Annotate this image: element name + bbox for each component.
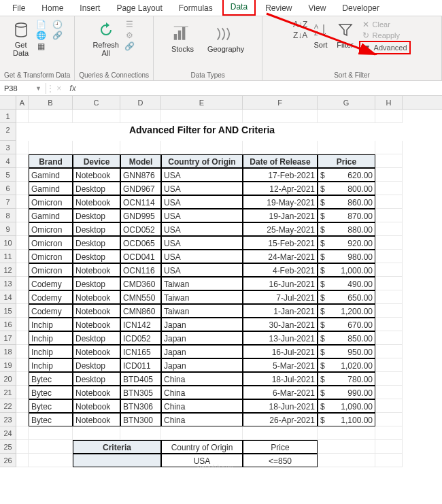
data-country[interactable]: USA [161,236,243,250]
row-header[interactable]: 19 [0,358,16,372]
data-price[interactable]: $800.00 [318,182,375,195]
data-device[interactable]: Desktop [73,331,120,345]
data-country[interactable]: Japan [161,318,243,331]
cell[interactable] [375,372,403,386]
cell[interactable] [375,236,403,250]
header-model[interactable]: Model [120,154,161,168]
cell[interactable] [375,195,403,209]
data-model[interactable]: ICD011 [120,358,161,372]
data-country[interactable]: USA [161,168,243,182]
data-device[interactable]: Notebook [73,399,120,413]
row-header[interactable]: 10 [0,236,16,250]
criteria-price-value[interactable]: <=850 [243,454,318,467]
data-date[interactable]: 6-Mar-2021 [243,386,318,399]
data-brand[interactable]: Omicron [29,236,73,250]
data-model[interactable]: OCD041 [120,250,161,263]
tab-insert[interactable]: Insert [73,1,107,16]
data-brand[interactable]: Gamind [29,209,73,222]
row-header[interactable]: 24 [0,426,16,440]
cell[interactable] [243,141,318,154]
header-brand[interactable]: Brand [29,154,73,168]
cell[interactable] [29,141,73,154]
data-country[interactable]: Taiwan [161,290,243,304]
cell[interactable] [16,358,29,372]
advanced-filter-button[interactable]: ▼Advanced [359,41,411,54]
data-country[interactable]: USA [161,263,243,277]
clear-filter-button[interactable]: ✕Clear [359,19,411,30]
data-brand[interactable]: Bytec [29,372,73,386]
from-text-button[interactable]: 📄 [35,19,48,30]
data-model[interactable]: GNN876 [120,168,161,182]
criteria-country-header[interactable]: Country of Origin [161,440,243,454]
row-header[interactable]: 21 [0,386,16,399]
cell[interactable] [375,454,403,467]
data-device[interactable]: Desktop [73,358,120,372]
col-header-c[interactable]: C [73,96,120,109]
data-brand[interactable]: Bytec [29,413,73,426]
data-price[interactable]: $1,000.00 [318,263,375,277]
cell[interactable] [161,426,243,440]
tab-formulas[interactable]: Formulas [172,1,220,16]
title-cell[interactable]: Advanced Filter for AND Criteria [29,123,375,141]
data-model[interactable]: GND995 [120,209,161,222]
data-date[interactable]: 7-Jul-2021 [243,290,318,304]
name-box[interactable]: P38▼ [0,83,46,94]
row-header[interactable]: 26 [0,454,16,467]
data-date[interactable]: 5-Mar-2021 [243,358,318,372]
data-device[interactable]: Notebook [73,304,120,318]
row-header[interactable]: 2 [0,123,16,141]
existing-conn-button[interactable]: 🔗 [51,30,65,41]
data-device[interactable]: Desktop [73,277,120,290]
data-model[interactable]: ICD052 [120,331,161,345]
stocks-button[interactable]: Stocks [170,23,195,54]
data-country[interactable]: China [161,413,243,426]
data-brand[interactable]: Gamind [29,182,73,195]
data-country[interactable]: USA [161,209,243,222]
row-header[interactable]: 7 [0,195,16,209]
select-all-corner[interactable] [0,96,16,109]
data-brand[interactable]: Omicron [29,263,73,277]
data-price[interactable]: $920.00 [318,236,375,250]
cell[interactable] [318,426,375,440]
data-date[interactable]: 12-Apr-2021 [243,182,318,195]
data-country[interactable]: China [161,399,243,413]
data-price[interactable]: $950.00 [318,345,375,358]
data-price[interactable]: $870.00 [318,209,375,222]
col-header-b[interactable]: B [29,96,73,109]
data-date[interactable]: 13-Jun-2021 [243,331,318,345]
cell[interactable] [29,454,73,467]
cell[interactable] [29,426,73,440]
tab-data[interactable]: Data [222,0,256,16]
cell[interactable] [243,110,318,123]
data-model[interactable]: BTD405 [120,372,161,386]
data-brand[interactable]: Codemy [29,277,73,290]
cell[interactable] [16,263,29,277]
cell[interactable] [16,331,29,345]
data-country[interactable]: China [161,386,243,399]
data-date[interactable]: 19-May-2021 [243,195,318,209]
data-date[interactable]: 25-May-2021 [243,222,318,236]
cell[interactable] [16,345,29,358]
data-country[interactable]: USA [161,250,243,263]
row-header[interactable]: 5 [0,168,16,182]
sort-az-button[interactable]: A↓Z [294,19,307,30]
data-model[interactable]: OCN116 [120,263,161,277]
recent-sources-button[interactable]: 🕘 [51,19,65,30]
data-model[interactable]: CMN860 [120,304,161,318]
data-country[interactable]: Taiwan [161,277,243,290]
cell[interactable] [16,440,29,454]
cell[interactable] [375,290,403,304]
data-price[interactable]: $1,100.00 [318,413,375,426]
cell[interactable] [375,263,403,277]
edit-links-button[interactable]: 🔗 [123,41,137,52]
data-device[interactable]: Desktop [73,250,120,263]
data-price[interactable]: $780.00 [318,372,375,386]
row-header[interactable]: 11 [0,250,16,263]
row-header[interactable]: 22 [0,399,16,413]
cell[interactable] [16,195,29,209]
col-header-d[interactable]: D [120,96,161,109]
row-header[interactable]: 3 [0,141,16,154]
tab-file[interactable]: File [5,1,32,16]
data-price[interactable]: $850.00 [318,331,375,345]
data-brand[interactable]: Bytec [29,386,73,399]
